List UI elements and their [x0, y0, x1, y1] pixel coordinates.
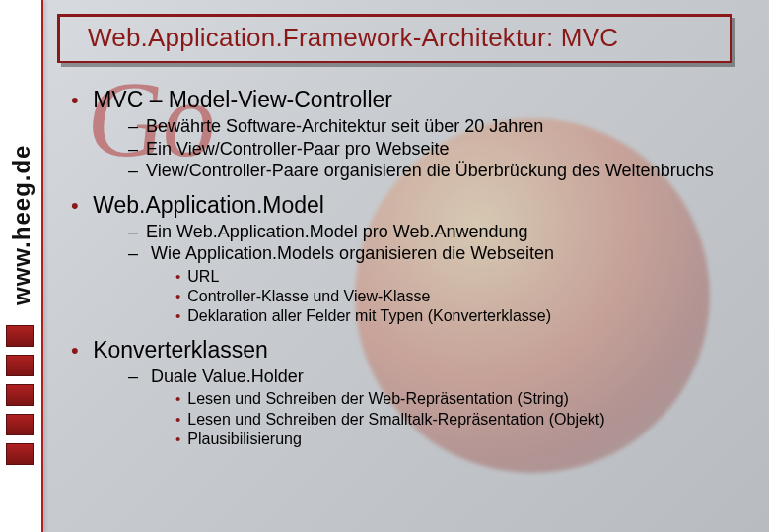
bullet-label: Konverterklassen — [93, 337, 268, 363]
subsub-item: Plausibilisierung — [175, 430, 739, 449]
slide-title: Web.Application.Framework-Architektur: M… — [88, 23, 716, 53]
sub-item: Ein Web.Application.Model pro Web.Anwend… — [128, 221, 739, 243]
bullet-label: Web.Application.Model — [93, 192, 324, 218]
sub-item-text: Wie Application.Models organisieren die … — [151, 243, 554, 263]
sub-list: Ein Web.Application.Model pro Web.Anwend… — [93, 221, 739, 327]
bullet-item: MVC – Model-View-Controller Bewährte Sof… — [71, 87, 739, 182]
bullet-list: MVC – Model-View-Controller Bewährte Sof… — [57, 87, 739, 450]
sub-item: Wie Application.Models organisieren die … — [128, 242, 739, 327]
bullet-item: Konverterklassen Duale Value.Holder Lese… — [71, 337, 739, 450]
subsub-item: Controller-Klasse und View-Klasse — [175, 287, 739, 306]
subsub-list: Lesen und Schreiben der Web-Repräsentati… — [144, 389, 739, 449]
subsub-item: Deklaration aller Felder mit Typen (Konv… — [175, 306, 739, 326]
subsub-item: Lesen und Schreiben der Web-Repräsentati… — [175, 389, 739, 409]
bullet-item: Web.Application.Model Ein Web.Applicatio… — [71, 192, 739, 327]
sub-item: Bewährte Software-Architektur seit über … — [128, 115, 739, 138]
sub-item: Ein View/Controller-Paar pro Webseite — [128, 138, 739, 161]
subsub-item: Lesen und Schreiben der Smalltalk-Repräs… — [175, 410, 739, 430]
sub-item-text: Duale Value.Holder — [151, 366, 304, 386]
subsub-list: URL Controller-Klasse und View-Klasse De… — [144, 267, 739, 327]
sub-list: Duale Value.Holder Lesen und Schreiben d… — [93, 366, 739, 450]
title-bar: Web.Application.Framework-Architektur: M… — [57, 14, 732, 63]
sub-item: View/Controller-Paare organisieren die Ü… — [128, 160, 739, 182]
sub-item: Duale Value.Holder Lesen und Schreiben d… — [128, 366, 739, 450]
bullet-label: MVC – Model-View-Controller — [93, 87, 392, 112]
slide-content: Web.Application.Framework-Architektur: M… — [0, 0, 769, 450]
sub-list: Bewährte Software-Architektur seit über … — [93, 115, 739, 182]
subsub-item: URL — [175, 267, 739, 287]
